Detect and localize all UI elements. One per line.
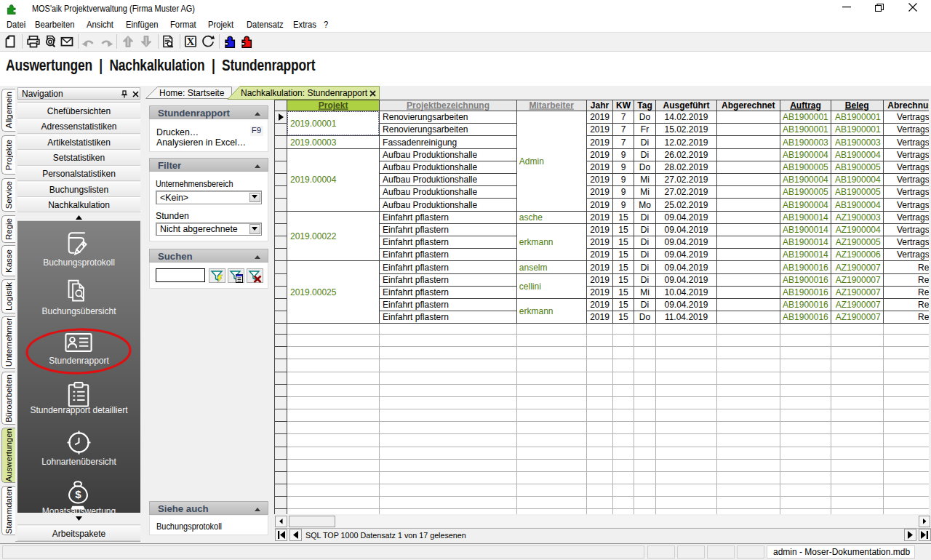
- svg-text:Di: Di: [641, 237, 649, 247]
- svg-text:2019: 2019: [590, 263, 610, 273]
- svg-text:Di: Di: [641, 249, 649, 260]
- svg-text:Vertragsarbeiten: Vertragsarbeiten: [897, 225, 931, 235]
- svg-text:2019: 2019: [590, 175, 610, 185]
- svg-text:AB1900004: AB1900004: [783, 175, 828, 185]
- svg-text:26.02.2019: 26.02.2019: [664, 150, 708, 160]
- svg-text:2019: 2019: [590, 137, 610, 148]
- svg-text:AB1900001: AB1900001: [783, 124, 828, 135]
- svg-text:09.04.2019: 09.04.2019: [664, 275, 708, 285]
- svg-text:2019: 2019: [590, 249, 610, 260]
- svg-text:14.02.2019: 14.02.2019: [664, 112, 708, 122]
- svg-text:Renovierungsarbeiten: Renovierungsarbeiten: [383, 124, 468, 135]
- svg-text:Projekt: Projekt: [319, 100, 348, 111]
- svg-text:2019.00001: 2019.00001: [290, 119, 337, 129]
- svg-text:Do: Do: [639, 162, 651, 172]
- svg-text:15: 15: [618, 275, 628, 285]
- svg-text:Einfahrt pflastern: Einfahrt pflastern: [383, 237, 449, 247]
- svg-text:AB1900005: AB1900005: [783, 162, 828, 172]
- svg-text:15: 15: [618, 312, 628, 322]
- svg-text:09.04.2019: 09.04.2019: [664, 225, 708, 235]
- svg-text:asche: asche: [519, 212, 543, 223]
- svg-text:AZ1900006: AZ1900006: [836, 249, 881, 260]
- svg-text:9: 9: [621, 175, 626, 185]
- svg-text:AB1900016: AB1900016: [783, 312, 828, 322]
- svg-text:9: 9: [621, 150, 626, 160]
- svg-text:Einfahrt pflastern: Einfahrt pflastern: [383, 287, 449, 297]
- svg-text:Aufbau Produktionshalle: Aufbau Produktionshalle: [383, 200, 477, 210]
- svg-text:AB1900004: AB1900004: [835, 150, 881, 160]
- svg-text:15: 15: [618, 263, 628, 273]
- svg-text:Admin: Admin: [519, 156, 544, 167]
- svg-text:Einfahrt pflastern: Einfahrt pflastern: [383, 225, 449, 235]
- svg-text:2019.00022: 2019.00022: [290, 231, 337, 241]
- svg-text:Vertragsarbeiten: Vertragsarbeiten: [897, 112, 931, 122]
- svg-text:27.02.2019: 27.02.2019: [664, 175, 708, 185]
- svg-text:AB1900016: AB1900016: [783, 300, 828, 310]
- svg-text:AB1900005: AB1900005: [783, 187, 828, 197]
- svg-text:12.02.2019: 12.02.2019: [664, 137, 708, 148]
- svg-text:Mitarbeiter: Mitarbeiter: [530, 100, 575, 111]
- svg-text:Fr: Fr: [641, 124, 649, 135]
- svg-text:7: 7: [621, 137, 626, 148]
- svg-text:Di: Di: [641, 263, 649, 273]
- svg-text:2019: 2019: [590, 187, 610, 197]
- svg-text:Di: Di: [641, 275, 649, 285]
- svg-text:anselm: anselm: [519, 263, 548, 273]
- svg-text:AB1900014: AB1900014: [783, 225, 828, 235]
- svg-text:2019.00003: 2019.00003: [290, 137, 337, 148]
- svg-text:Renovierungsarbeiten: Renovierungsarbeiten: [383, 112, 468, 122]
- svg-text:AB1900003: AB1900003: [783, 137, 828, 148]
- svg-text:Do: Do: [639, 312, 651, 322]
- svg-text:AB1900014: AB1900014: [783, 249, 828, 260]
- svg-text:15: 15: [618, 300, 628, 310]
- svg-text:2019.00025: 2019.00025: [290, 287, 337, 297]
- svg-text:AB1900004: AB1900004: [783, 200, 828, 210]
- svg-text:AB1900014: AB1900014: [783, 237, 828, 247]
- svg-text:Aufbau Produktionshalle: Aufbau Produktionshalle: [383, 162, 477, 172]
- svg-text:Vertragsarbeiten: Vertragsarbeiten: [897, 237, 931, 247]
- svg-text:2019: 2019: [590, 212, 610, 223]
- svg-text:2019: 2019: [590, 312, 610, 322]
- svg-text:KW: KW: [616, 100, 631, 111]
- svg-text:AB1900001: AB1900001: [835, 112, 881, 122]
- svg-text:2019: 2019: [590, 275, 610, 285]
- svg-text:09.04.2019: 09.04.2019: [664, 300, 708, 310]
- svg-text:Einfahrt pflastern: Einfahrt pflastern: [383, 263, 449, 273]
- svg-text:AZ1900007: AZ1900007: [836, 275, 881, 285]
- svg-text:AB1900004: AB1900004: [783, 150, 828, 160]
- svg-text:Abrechnung: Abrechnung: [887, 100, 931, 111]
- svg-text:15.02.2019: 15.02.2019: [664, 124, 708, 135]
- svg-text:AB1900004: AB1900004: [835, 175, 881, 185]
- svg-text:Einfahrt pflastern: Einfahrt pflastern: [383, 300, 449, 310]
- svg-text:Mi: Mi: [640, 287, 650, 297]
- svg-text:Beleg: Beleg: [845, 100, 869, 111]
- svg-text:9: 9: [621, 200, 626, 210]
- svg-text:Di: Di: [641, 300, 649, 310]
- svg-text:AB1900005: AB1900005: [835, 162, 881, 172]
- svg-text:Einfahrt pflastern: Einfahrt pflastern: [383, 212, 449, 223]
- svg-text:11.04.2019: 11.04.2019: [665, 312, 708, 322]
- svg-text:Ausgeführt: Ausgeführt: [663, 100, 710, 111]
- svg-text:AB1900016: AB1900016: [783, 263, 828, 273]
- svg-text:AZ1900004: AZ1900004: [836, 225, 881, 235]
- svg-text:9: 9: [621, 187, 626, 197]
- svg-text:AZ1900005: AZ1900005: [836, 237, 881, 247]
- svg-text:AB1900004: AB1900004: [835, 200, 881, 210]
- svg-text:AZ1900007: AZ1900007: [836, 287, 881, 297]
- svg-text:AB1900016: AB1900016: [783, 287, 828, 297]
- svg-text:7: 7: [621, 112, 626, 122]
- svg-text:2019: 2019: [590, 200, 610, 210]
- svg-text:15: 15: [618, 249, 628, 260]
- svg-text:9: 9: [621, 162, 626, 172]
- svg-text:Mi: Mi: [640, 187, 650, 197]
- svg-text:10.04.2019: 10.04.2019: [664, 287, 708, 297]
- svg-text:cellini: cellini: [519, 281, 541, 292]
- svg-text:09.04.2019: 09.04.2019: [664, 212, 708, 223]
- svg-text:2019: 2019: [590, 287, 610, 297]
- svg-text:Auftrag: Auftrag: [790, 100, 821, 111]
- svg-text:15: 15: [618, 212, 628, 223]
- svg-text:Jahr: Jahr: [591, 100, 610, 111]
- svg-text:Fassadenreinigung: Fassadenreinigung: [383, 137, 457, 148]
- svg-text:15: 15: [618, 287, 628, 297]
- svg-text:Vertragsarbeiten: Vertragsarbeiten: [897, 175, 931, 185]
